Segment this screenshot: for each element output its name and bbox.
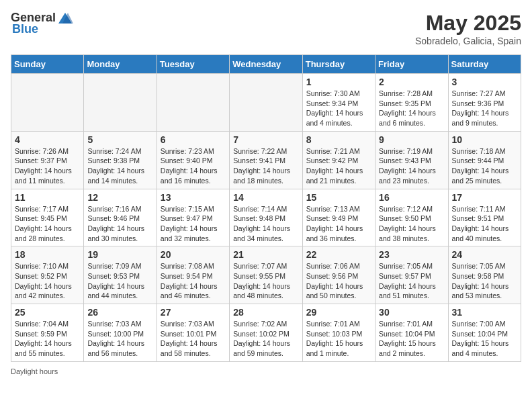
day-number: 12 <box>87 192 152 203</box>
day-number: 7 <box>233 134 298 145</box>
day-cell: 16Sunrise: 7:12 AMSunset: 9:50 PMDayligh… <box>375 189 448 246</box>
day-cell: 6Sunrise: 7:23 AMSunset: 9:40 PMDaylight… <box>157 131 229 189</box>
day-info: Sunrise: 7:06 AMSunset: 9:56 PMDaylight:… <box>306 261 371 301</box>
day-info: Sunrise: 7:14 AMSunset: 9:48 PMDaylight:… <box>233 204 298 244</box>
calendar-table: SundayMondayTuesdayWednesdayThursdayFrid… <box>11 54 521 362</box>
day-number: 26 <box>87 307 152 318</box>
logo-container: General Blue <box>11 11 75 36</box>
day-number: 20 <box>161 249 226 260</box>
day-cell: 7Sunrise: 7:22 AMSunset: 9:41 PMDaylight… <box>230 131 302 189</box>
day-number: 21 <box>233 249 298 260</box>
daylight-label: Daylight hours <box>11 367 58 375</box>
day-cell: 21Sunrise: 7:07 AMSunset: 9:55 PMDayligh… <box>230 246 302 304</box>
day-info: Sunrise: 7:11 AMSunset: 9:51 PMDaylight:… <box>452 204 517 244</box>
day-info: Sunrise: 7:26 AMSunset: 9:37 PMDaylight:… <box>15 146 80 186</box>
day-cell: 28Sunrise: 7:02 AMSunset: 10:02 PMDaylig… <box>230 304 302 362</box>
day-cell: 19Sunrise: 7:09 AMSunset: 9:53 PMDayligh… <box>84 246 157 304</box>
day-info: Sunrise: 7:00 AMSunset: 10:04 PMDaylight… <box>452 319 517 359</box>
day-cell: 31Sunrise: 7:00 AMSunset: 10:04 PMDaylig… <box>448 304 521 362</box>
calendar-footer: Daylight hours <box>11 367 521 375</box>
day-number: 27 <box>161 307 226 318</box>
week-row-1: 1Sunrise: 7:30 AMSunset: 9:34 PMDaylight… <box>11 74 521 132</box>
column-header-sunday: Sunday <box>11 55 84 74</box>
day-cell: 2Sunrise: 7:28 AMSunset: 9:35 PMDaylight… <box>375 74 448 132</box>
logo-blue: Blue <box>12 22 38 36</box>
day-info: Sunrise: 7:04 AMSunset: 9:59 PMDaylight:… <box>15 319 80 359</box>
day-cell: 17Sunrise: 7:11 AMSunset: 9:51 PMDayligh… <box>448 189 521 246</box>
day-cell <box>230 74 302 132</box>
day-info: Sunrise: 7:09 AMSunset: 9:53 PMDaylight:… <box>87 261 152 301</box>
day-info: Sunrise: 7:21 AMSunset: 9:42 PMDaylight:… <box>306 146 371 186</box>
day-cell <box>157 74 229 132</box>
day-cell: 15Sunrise: 7:13 AMSunset: 9:49 PMDayligh… <box>302 189 375 246</box>
day-number: 10 <box>452 134 517 145</box>
day-number: 24 <box>452 249 517 260</box>
day-number: 23 <box>379 249 444 260</box>
day-cell: 26Sunrise: 7:03 AMSunset: 10:00 PMDaylig… <box>84 304 157 362</box>
day-cell: 24Sunrise: 7:05 AMSunset: 9:58 PMDayligh… <box>448 246 521 304</box>
day-number: 2 <box>379 77 444 87</box>
day-info: Sunrise: 7:03 AMSunset: 10:01 PMDaylight… <box>161 319 226 359</box>
week-row-3: 11Sunrise: 7:17 AMSunset: 9:45 PMDayligh… <box>11 189 521 246</box>
day-info: Sunrise: 7:08 AMSunset: 9:54 PMDaylight:… <box>161 261 226 301</box>
day-info: Sunrise: 7:18 AMSunset: 9:44 PMDaylight:… <box>452 146 517 186</box>
day-info: Sunrise: 7:02 AMSunset: 10:02 PMDaylight… <box>233 319 298 359</box>
day-cell: 3Sunrise: 7:27 AMSunset: 9:36 PMDaylight… <box>448 74 521 132</box>
day-cell: 27Sunrise: 7:03 AMSunset: 10:01 PMDaylig… <box>157 304 229 362</box>
day-cell: 29Sunrise: 7:01 AMSunset: 10:03 PMDaylig… <box>302 304 375 362</box>
day-number: 17 <box>452 192 517 203</box>
title-area: May 2025 Sobradelo, Galicia, Spain <box>415 11 521 46</box>
day-cell: 4Sunrise: 7:26 AMSunset: 9:37 PMDaylight… <box>11 131 84 189</box>
column-header-wednesday: Wednesday <box>230 55 302 74</box>
day-info: Sunrise: 7:05 AMSunset: 9:58 PMDaylight:… <box>452 261 517 301</box>
day-cell: 23Sunrise: 7:05 AMSunset: 9:57 PMDayligh… <box>375 246 448 304</box>
day-number: 3 <box>452 77 517 87</box>
day-number: 25 <box>15 307 80 318</box>
day-cell <box>11 74 84 132</box>
day-number: 22 <box>306 249 371 260</box>
day-number: 19 <box>87 249 152 260</box>
day-cell: 30Sunrise: 7:01 AMSunset: 10:04 PMDaylig… <box>375 304 448 362</box>
day-cell: 8Sunrise: 7:21 AMSunset: 9:42 PMDaylight… <box>302 131 375 189</box>
day-info: Sunrise: 7:01 AMSunset: 10:04 PMDaylight… <box>379 319 444 359</box>
day-cell: 25Sunrise: 7:04 AMSunset: 9:59 PMDayligh… <box>11 304 84 362</box>
day-cell: 1Sunrise: 7:30 AMSunset: 9:34 PMDaylight… <box>302 74 375 132</box>
day-cell: 22Sunrise: 7:06 AMSunset: 9:56 PMDayligh… <box>302 246 375 304</box>
column-header-friday: Friday <box>375 55 448 74</box>
day-number: 18 <box>15 249 80 260</box>
day-info: Sunrise: 7:13 AMSunset: 9:49 PMDaylight:… <box>306 204 371 244</box>
day-info: Sunrise: 7:15 AMSunset: 9:47 PMDaylight:… <box>161 204 226 244</box>
column-header-monday: Monday <box>84 55 157 74</box>
day-cell: 20Sunrise: 7:08 AMSunset: 9:54 PMDayligh… <box>157 246 229 304</box>
day-number: 11 <box>15 192 80 203</box>
day-number: 30 <box>379 307 444 318</box>
day-number: 1 <box>306 77 371 87</box>
week-row-4: 18Sunrise: 7:10 AMSunset: 9:52 PMDayligh… <box>11 246 521 304</box>
column-header-saturday: Saturday <box>448 55 521 74</box>
day-info: Sunrise: 7:22 AMSunset: 9:41 PMDaylight:… <box>233 146 298 186</box>
day-info: Sunrise: 7:24 AMSunset: 9:38 PMDaylight:… <box>87 146 152 186</box>
day-info: Sunrise: 7:28 AMSunset: 9:35 PMDaylight:… <box>379 89 444 128</box>
day-number: 9 <box>379 134 444 145</box>
column-header-tuesday: Tuesday <box>157 55 229 74</box>
day-number: 13 <box>161 192 226 203</box>
day-cell: 9Sunrise: 7:19 AMSunset: 9:43 PMDaylight… <box>375 131 448 189</box>
day-number: 4 <box>15 134 80 145</box>
day-cell: 10Sunrise: 7:18 AMSunset: 9:44 PMDayligh… <box>448 131 521 189</box>
day-cell: 13Sunrise: 7:15 AMSunset: 9:47 PMDayligh… <box>157 189 229 246</box>
day-cell: 5Sunrise: 7:24 AMSunset: 9:38 PMDaylight… <box>84 131 157 189</box>
day-info: Sunrise: 7:27 AMSunset: 9:36 PMDaylight:… <box>452 89 517 128</box>
day-info: Sunrise: 7:17 AMSunset: 9:45 PMDaylight:… <box>15 204 80 244</box>
day-cell: 11Sunrise: 7:17 AMSunset: 9:45 PMDayligh… <box>11 189 84 246</box>
day-info: Sunrise: 7:23 AMSunset: 9:40 PMDaylight:… <box>161 146 226 186</box>
location: Sobradelo, Galicia, Spain <box>415 36 521 46</box>
day-number: 15 <box>306 192 371 203</box>
month-title: May 2025 <box>415 11 521 36</box>
day-info: Sunrise: 7:16 AMSunset: 9:46 PMDaylight:… <box>87 204 152 244</box>
page-header: General Blue May 2025 Sobradelo, Galicia… <box>11 11 521 46</box>
week-row-5: 25Sunrise: 7:04 AMSunset: 9:59 PMDayligh… <box>11 304 521 362</box>
day-info: Sunrise: 7:12 AMSunset: 9:50 PMDaylight:… <box>379 204 444 244</box>
day-info: Sunrise: 7:30 AMSunset: 9:34 PMDaylight:… <box>306 89 371 128</box>
day-info: Sunrise: 7:19 AMSunset: 9:43 PMDaylight:… <box>379 146 444 186</box>
day-info: Sunrise: 7:10 AMSunset: 9:52 PMDaylight:… <box>15 261 80 301</box>
